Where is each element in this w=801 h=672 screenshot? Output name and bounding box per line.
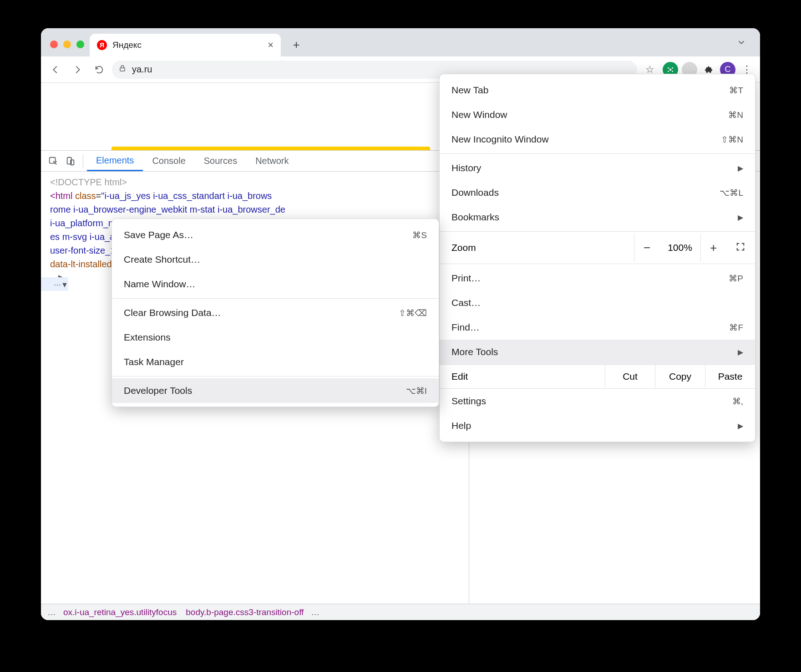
edit-cut-button[interactable]: Cut xyxy=(605,365,655,388)
menu-label: Save Page As… xyxy=(124,229,412,240)
html-tag: <html xyxy=(50,191,72,201)
svg-point-5 xyxy=(672,71,673,72)
attr-value: i-ua_js_yes i-ua_css_standart i-ua_brows xyxy=(104,191,272,201)
menu-new-window[interactable]: New Window ⌘N xyxy=(440,102,755,127)
menu-separator xyxy=(440,264,755,264)
zoom-out-button[interactable]: − xyxy=(634,234,659,262)
breadcrumb-item[interactable]: body.b-page.css3-transition-off xyxy=(181,607,308,617)
tabs-dropdown-icon[interactable] xyxy=(736,37,755,56)
minimize-window-button[interactable] xyxy=(63,41,71,48)
menu-label: More Tools xyxy=(451,346,738,357)
menu-new-incognito[interactable]: New Incognito Window ⇧⌘N xyxy=(440,127,755,152)
forward-button[interactable] xyxy=(68,61,86,79)
menu-print[interactable]: Print… ⌘P xyxy=(440,266,755,290)
new-tab-button[interactable]: + xyxy=(287,36,305,54)
url-text: ya.ru xyxy=(132,64,152,75)
chevron-down-icon[interactable]: ▼ xyxy=(61,278,68,292)
maximize-window-button[interactable] xyxy=(76,41,84,48)
menu-label: Edit xyxy=(440,365,605,388)
chrome-main-menu: New Tab ⌘T New Window ⌘N New Incognito W… xyxy=(439,74,755,442)
menu-separator xyxy=(440,153,755,154)
submenu-create-shortcut[interactable]: Create Shortcut… xyxy=(112,247,439,272)
menu-new-tab[interactable]: New Tab ⌘T xyxy=(440,78,755,102)
menu-label: Create Shortcut… xyxy=(124,254,427,265)
menu-shortcut: ⇧⌘⌫ xyxy=(399,308,427,318)
menu-label: New Tab xyxy=(451,85,729,96)
zoom-value: 100% xyxy=(659,242,700,253)
chevron-right-icon: ▶ xyxy=(738,164,743,173)
edit-copy-button[interactable]: Copy xyxy=(655,365,705,388)
submenu-extensions[interactable]: Extensions xyxy=(112,325,439,350)
favicon-icon: Я xyxy=(97,40,107,50)
menu-label: Find… xyxy=(451,322,729,333)
menu-shortcut: ⌘N xyxy=(728,110,743,120)
menu-label: Print… xyxy=(451,273,729,284)
menu-label: Developer Tools xyxy=(124,385,406,396)
edit-paste-button[interactable]: Paste xyxy=(705,365,755,388)
devtools-tab-network[interactable]: Network xyxy=(246,151,298,171)
close-window-button[interactable] xyxy=(50,41,58,48)
collapse-marker-icon[interactable]: ⋯ xyxy=(54,278,61,292)
chevron-right-icon: ▶ xyxy=(738,422,743,430)
devtools-tab-console[interactable]: Console xyxy=(143,151,194,171)
submenu-save-page-as[interactable]: Save Page As… ⌘S xyxy=(112,223,439,247)
attr-name: class xyxy=(75,191,96,201)
menu-label: Task Manager xyxy=(124,356,427,367)
svg-point-2 xyxy=(668,67,669,68)
menu-shortcut: ⌘T xyxy=(729,85,743,96)
menu-label: Cast… xyxy=(451,297,743,308)
attr-value-line: rome i-ua_browser-engine_webkit m-stat i… xyxy=(50,204,285,214)
submenu-name-window[interactable]: Name Window… xyxy=(112,272,439,296)
chevron-right-icon: ▶ xyxy=(738,213,743,222)
menu-zoom-row: Zoom − 100% + xyxy=(440,234,755,262)
menu-help[interactable]: Help ▶ xyxy=(440,413,755,438)
menu-label: History xyxy=(451,163,738,173)
menu-label: Extensions xyxy=(124,332,427,343)
menu-edit-row: Edit Cut Copy Paste xyxy=(440,364,755,389)
lock-icon xyxy=(118,64,127,75)
breadcrumb-item[interactable]: ox.i-ua_retina_yes.utilityfocus xyxy=(59,607,181,617)
zoom-in-button[interactable]: + xyxy=(700,234,726,262)
submenu-developer-tools[interactable]: Developer Tools ⌥⌘I xyxy=(112,378,439,403)
menu-shortcut: ⌘S xyxy=(412,230,427,240)
reload-button[interactable] xyxy=(90,61,108,79)
submenu-clear-browsing-data[interactable]: Clear Browsing Data… ⇧⌘⌫ xyxy=(112,300,439,325)
menu-settings[interactable]: Settings ⌘, xyxy=(440,389,755,413)
tab-bar: Я Яндекс × + xyxy=(41,28,760,56)
menu-label: Settings xyxy=(451,396,732,407)
menu-label: New Incognito Window xyxy=(451,134,721,145)
menu-bookmarks[interactable]: Bookmarks ▶ xyxy=(440,205,755,229)
inspect-element-icon[interactable] xyxy=(45,153,62,170)
breadcrumb-ellipsis[interactable]: … xyxy=(45,607,59,617)
more-tools-submenu: Save Page As… ⌘S Create Shortcut… Name W… xyxy=(112,219,439,407)
menu-shortcut: ⌥⌘I xyxy=(406,386,427,396)
menu-label: Name Window… xyxy=(124,279,427,290)
yandex-search-accent xyxy=(112,147,430,150)
submenu-task-manager[interactable]: Task Manager xyxy=(112,350,439,374)
svg-point-1 xyxy=(669,68,672,71)
menu-label: Help xyxy=(451,420,738,431)
attr-name: data-lt-installed xyxy=(50,259,112,269)
menu-more-tools[interactable]: More Tools ▶ xyxy=(440,340,755,364)
chevron-right-icon: ▶ xyxy=(738,348,743,356)
devtools-tab-sources[interactable]: Sources xyxy=(195,151,246,171)
menu-cast[interactable]: Cast… xyxy=(440,290,755,315)
menu-downloads[interactable]: Downloads ⌥⌘L xyxy=(440,180,755,205)
menu-shortcut: ⇧⌘N xyxy=(721,134,743,145)
devtools-tab-elements[interactable]: Elements xyxy=(87,151,143,171)
menu-separator xyxy=(112,376,439,377)
menu-history[interactable]: History ▶ xyxy=(440,156,755,180)
browser-tab[interactable]: Я Яндекс × xyxy=(90,34,281,56)
fullscreen-button[interactable] xyxy=(726,242,755,254)
close-tab-icon[interactable]: × xyxy=(268,39,274,51)
menu-label: Downloads xyxy=(451,187,720,198)
menu-find[interactable]: Find… ⌘F xyxy=(440,315,755,340)
window-controls xyxy=(46,41,90,56)
svg-rect-0 xyxy=(120,68,125,71)
back-button[interactable] xyxy=(46,61,65,79)
device-toggle-icon[interactable] xyxy=(62,153,79,170)
doctype-text: <!DOCTYPE html> xyxy=(50,177,127,187)
menu-shortcut: ⌘, xyxy=(732,396,743,407)
breadcrumb-ellipsis[interactable]: … xyxy=(308,607,322,617)
dom-breadcrumb: … ox.i-ua_retina_yes.utilityfocus body.b… xyxy=(41,604,760,620)
